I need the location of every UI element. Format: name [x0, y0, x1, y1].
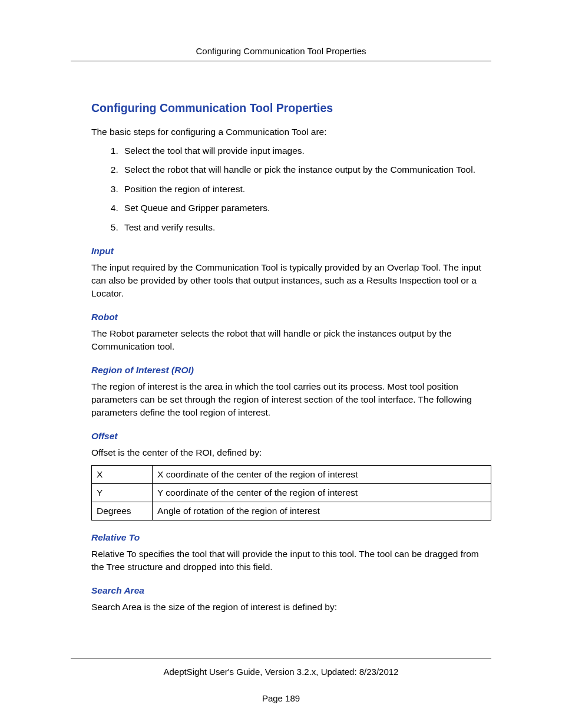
footer-divider	[71, 658, 491, 658]
subsection-body-search-area: Search Area is the size of the region of…	[91, 601, 491, 614]
subsection-heading-robot: Robot	[91, 312, 491, 322]
page-title: Configuring Communication Tool Propertie…	[91, 101, 491, 115]
subsection-body-roi: The region of interest is the area in wh…	[91, 380, 491, 419]
intro-paragraph: The basic steps for configuring a Commun…	[91, 126, 491, 139]
table-row: Y Y coordinate of the center of the regi…	[92, 484, 491, 502]
offset-table: X X coordinate of the center of the regi…	[91, 465, 491, 521]
subsection-heading-offset: Offset	[91, 431, 491, 442]
page-number: Page 189	[71, 693, 491, 703]
subsection-body-input: The input required by the Communication …	[91, 261, 491, 300]
subsection-heading-relative-to: Relative To	[91, 532, 491, 543]
table-row: X X coordinate of the center of the regi…	[92, 466, 491, 484]
step-item: Select the tool that will provide input …	[121, 144, 491, 157]
footer-doc-info: AdeptSight User's Guide, Version 3.2.x, …	[71, 667, 491, 677]
step-item: Select the robot that will handle or pic…	[121, 163, 491, 176]
table-cell-label: Degrees	[92, 502, 153, 521]
step-item: Position the region of interest.	[121, 183, 491, 196]
subsection-body-robot: The Robot parameter selects the robot th…	[91, 327, 491, 353]
table-cell-label: Y	[92, 484, 153, 502]
page-footer: AdeptSight User's Guide, Version 3.2.x, …	[71, 658, 491, 703]
subsection-heading-search-area: Search Area	[91, 585, 491, 596]
table-cell-desc: Angle of rotation of the region of inter…	[153, 502, 491, 521]
running-header: Configuring Communication Tool Propertie…	[71, 46, 491, 56]
table-cell-label: X	[92, 466, 153, 484]
step-item: Set Queue and Gripper parameters.	[121, 202, 491, 215]
subsection-heading-input: Input	[91, 246, 491, 256]
subsection-heading-roi: Region of Interest (ROI)	[91, 365, 491, 375]
table-cell-desc: Y coordinate of the center of the region…	[153, 484, 491, 502]
steps-list: Select the tool that will provide input …	[91, 144, 491, 234]
table-cell-desc: X coordinate of the center of the region…	[153, 466, 491, 484]
table-row: Degrees Angle of rotation of the region …	[92, 502, 491, 521]
document-page: Configuring Communication Tool Propertie…	[0, 0, 562, 728]
page-content: Configuring Communication Tool Propertie…	[71, 61, 491, 614]
step-item: Test and verify results.	[121, 221, 491, 234]
subsection-body-offset: Offset is the center of the ROI, defined…	[91, 446, 491, 459]
subsection-body-relative-to: Relative To specifies the tool that will…	[91, 548, 491, 574]
